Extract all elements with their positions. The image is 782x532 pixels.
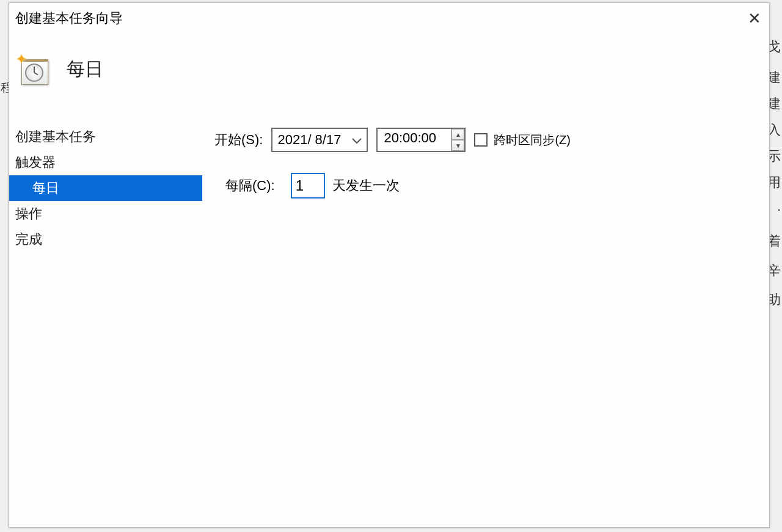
body-area: 创建基本任务 触发器 每日 操作 完成 开始(S): 2021/ 8/17 20… — [9, 120, 769, 527]
header-area: ✦ 每日 — [9, 30, 769, 120]
bg-text: · — [777, 202, 781, 217]
wizard-dialog: 创建基本任务向导 ✕ ✦ 每日 创建基本任务 触发器 每日 操作 完成 开始(S… — [9, 2, 770, 528]
sync-timezone-checkbox[interactable]: 跨时区同步(Z) — [474, 132, 571, 148]
start-date-value: 2021/ 8/17 — [277, 132, 341, 148]
start-time-value: 20:00:00 — [378, 129, 451, 151]
spinner-buttons: ▲ ▼ — [451, 129, 464, 151]
sidebar-item-trigger[interactable]: 触发器 — [9, 150, 202, 175]
sidebar-item-create-task[interactable]: 创建基本任务 — [9, 124, 202, 150]
recur-label: 每隔(C): — [225, 177, 275, 195]
content-area: 开始(S): 2021/ 8/17 20:00:00 ▲ ▼ — [202, 120, 769, 527]
page-title: 每日 — [67, 57, 103, 82]
sync-timezone-label: 跨时区同步(Z) — [494, 132, 571, 148]
start-time-spinner[interactable]: 20:00:00 ▲ ▼ — [376, 128, 466, 152]
spinner-up-button[interactable]: ▲ — [451, 129, 464, 140]
recur-suffix: 天发生一次 — [332, 177, 400, 195]
sidebar-item-finish[interactable]: 完成 — [9, 227, 202, 252]
sidebar-item-action[interactable]: 操作 — [9, 201, 202, 227]
dialog-title: 创建基本任务向导 — [15, 9, 123, 27]
close-button[interactable]: ✕ — [745, 9, 764, 28]
start-date-picker[interactable]: 2021/ 8/17 — [271, 128, 368, 152]
recur-days-input[interactable] — [291, 173, 325, 199]
recur-row: 每隔(C): 天发生一次 — [225, 173, 757, 199]
start-row: 开始(S): 2021/ 8/17 20:00:00 ▲ ▼ — [214, 128, 757, 152]
wizard-sidebar: 创建基本任务 触发器 每日 操作 完成 — [9, 120, 202, 527]
spinner-down-button[interactable]: ▼ — [451, 140, 464, 151]
scheduled-task-icon: ✦ — [18, 53, 48, 85]
start-label: 开始(S): — [214, 131, 263, 149]
close-icon: ✕ — [748, 9, 761, 28]
checkbox-box — [474, 133, 488, 147]
titlebar: 创建基本任务向导 ✕ — [9, 3, 769, 30]
chevron-down-icon — [352, 132, 362, 148]
sidebar-item-daily[interactable]: 每日 — [9, 175, 202, 201]
